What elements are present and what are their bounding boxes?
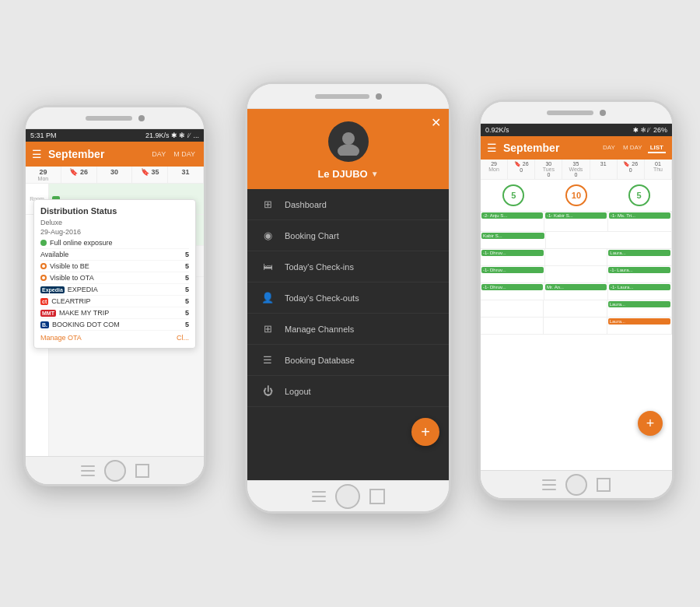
mmt-logo: MMT bbox=[40, 310, 56, 317]
day-cell-r6: 🔖 260 bbox=[618, 160, 645, 179]
booking-chip[interactable]: -1- Kabir S... bbox=[545, 212, 607, 219]
booking-chip[interactable]: Laura... bbox=[608, 250, 670, 256]
day-cell-r2: 🔖 260 bbox=[508, 160, 535, 179]
view-tab-list-right[interactable]: LIST bbox=[648, 143, 666, 153]
menu-label-dashboard: Dashboard bbox=[285, 200, 327, 209]
home-button[interactable] bbox=[104, 460, 126, 482]
menu-item-booking-chart[interactable]: ◉ Booking Chart bbox=[247, 220, 449, 251]
channels-icon: ⊞ bbox=[260, 323, 275, 335]
booking-chip[interactable]: Laura... bbox=[608, 318, 670, 325]
distribution-popup: Distribution Status Deluxe 29-Aug-2016 F… bbox=[33, 199, 196, 349]
circle-badge-5a: 5 bbox=[502, 184, 524, 206]
plus-icon-right: + bbox=[646, 416, 655, 432]
dist-row-be: Visible to BE 5 bbox=[40, 261, 189, 272]
dist-row-booking: B. BOOKING DOT COM 5 bbox=[40, 319, 189, 331]
nav-menu-button-r[interactable] bbox=[542, 479, 556, 490]
visible-be-label: Visible to BE bbox=[50, 262, 89, 270]
status-icons-left: 21.9K/s ✱ ❃ ᜱ ... bbox=[145, 132, 199, 140]
day-cell: 🔖 26 bbox=[61, 167, 97, 183]
cleartrip-logo: ct bbox=[40, 298, 48, 305]
month-title-left: September bbox=[48, 148, 146, 160]
circle-badge-5b: 5 bbox=[628, 184, 650, 206]
close-link[interactable]: Cl... bbox=[177, 334, 189, 342]
status-dot-green bbox=[40, 240, 47, 246]
drawer-header: ✕ Le DJUBO ▼ bbox=[247, 109, 449, 189]
database-icon: ☰ bbox=[260, 354, 275, 366]
home-button-c[interactable] bbox=[335, 484, 360, 509]
booking-chip[interactable]: -2- Anju S... bbox=[481, 212, 543, 219]
menu-item-channels[interactable]: ⊞ Manage Channels bbox=[247, 314, 449, 345]
hamburger-icon[interactable]: ☰ bbox=[32, 148, 42, 160]
booking-chip[interactable]: -1- Dhruv... bbox=[481, 250, 544, 256]
booking-chip[interactable]: -1- Laura... bbox=[609, 284, 670, 290]
day-cell-r1: 29Mon bbox=[481, 160, 508, 179]
dist-row-available: Available 5 bbox=[40, 249, 189, 261]
menu-label-booking-chart: Booking Chart bbox=[285, 231, 339, 240]
day-cell-r3: 30Tues0 bbox=[535, 160, 562, 179]
logout-icon: ⏻ bbox=[260, 385, 275, 397]
view-tab-day-right[interactable]: DAY bbox=[600, 143, 618, 153]
day-cell-r5: 31 bbox=[590, 160, 618, 179]
fab-button-right[interactable]: + bbox=[638, 411, 663, 436]
popup-title: Distribution Status bbox=[40, 206, 189, 216]
booking-chip[interactable]: Laura... bbox=[608, 301, 670, 307]
room-type: Deluxe bbox=[40, 219, 189, 226]
booking-chart-icon: ◉ bbox=[260, 230, 275, 241]
dashboard-icon: ⊞ bbox=[260, 198, 275, 210]
menu-item-logout[interactable]: ⏻ Logout bbox=[247, 376, 449, 407]
dist-row-mmt: MMT MAKE MY TRIP 5 bbox=[40, 307, 189, 319]
view-tab-day-left[interactable]: DAY bbox=[149, 149, 168, 159]
username-label: Le DJUBO bbox=[317, 168, 367, 180]
menu-label-checkouts: Today's Check-outs bbox=[285, 293, 359, 303]
booking-chip[interactable]: -1- Laura... bbox=[608, 267, 670, 273]
circle-badge-10: 10 bbox=[565, 184, 587, 206]
manage-ota-link[interactable]: Manage OTA bbox=[40, 334, 82, 342]
time-left: 5:31 PM bbox=[30, 132, 57, 139]
menu-label-channels: Manage Channels bbox=[285, 325, 354, 334]
status-icons-right: ✱ ❃ ᜱ 26% bbox=[633, 126, 667, 135]
view-tab-mday-right[interactable]: M DAY bbox=[621, 143, 645, 153]
checkins-icon: 🛏 bbox=[260, 261, 275, 272]
month-title-right: September bbox=[503, 142, 597, 154]
day-cell-r7: 01Thu bbox=[645, 160, 672, 179]
visible-ota-label: Visible to OTA bbox=[50, 274, 94, 282]
view-tab-mday-left[interactable]: M DAY bbox=[171, 149, 198, 159]
menu-item-database[interactable]: ☰ Booking Database bbox=[247, 345, 449, 376]
menu-item-checkouts[interactable]: 👤 Today's Check-outs bbox=[247, 282, 449, 314]
booking-chip[interactable]: -1- Ms. Tri... bbox=[609, 212, 670, 219]
plus-icon: + bbox=[421, 424, 430, 440]
menu-label-checkins: Today's Check-ins bbox=[285, 262, 354, 272]
svg-point-0 bbox=[342, 132, 355, 145]
dist-row-expedia: Expedia EXPEDIA 5 bbox=[40, 284, 189, 296]
nav-menu-button-c[interactable] bbox=[312, 491, 326, 502]
orange-ring-icon-2 bbox=[40, 275, 47, 281]
checkouts-icon: 👤 bbox=[260, 292, 275, 304]
day-cell: 29Mon bbox=[26, 167, 61, 183]
booking-logo: B. bbox=[40, 321, 49, 328]
orange-ring-icon bbox=[40, 263, 47, 269]
booking-chip[interactable]: -1- Dhruv... bbox=[481, 267, 544, 273]
booking-chip[interactable]: Kabir S... bbox=[481, 233, 544, 239]
nav-menu-button[interactable] bbox=[81, 465, 95, 476]
home-button-r[interactable] bbox=[565, 474, 587, 496]
booking-chip[interactable]: Mr. An... bbox=[545, 284, 607, 290]
dropdown-arrow-icon: ▼ bbox=[371, 170, 379, 178]
day-cell: 🔖 35 bbox=[132, 167, 168, 183]
hamburger-icon-right[interactable]: ☰ bbox=[487, 142, 497, 154]
expedia-logo: Expedia bbox=[40, 286, 65, 293]
back-button[interactable] bbox=[135, 464, 149, 478]
status-text: Full online exposure bbox=[50, 239, 113, 247]
dist-row-ota: Visible to OTA 5 bbox=[40, 272, 189, 284]
day-cell: 31 bbox=[168, 167, 204, 183]
back-button-c[interactable] bbox=[369, 489, 385, 504]
booking-chip[interactable]: -1- Dhruv... bbox=[481, 284, 543, 290]
day-cell-r4: 35Weds0 bbox=[562, 160, 590, 179]
close-icon[interactable]: ✕ bbox=[431, 115, 441, 130]
date: 29-Aug-2016 bbox=[40, 228, 189, 236]
menu-item-checkins[interactable]: 🛏 Today's Check-ins bbox=[247, 251, 449, 282]
menu-label-database: Booking Database bbox=[285, 356, 355, 365]
fab-button[interactable]: + bbox=[411, 418, 439, 446]
time-right: 0.92K/s bbox=[485, 126, 509, 134]
back-button-r[interactable] bbox=[597, 478, 611, 492]
menu-item-dashboard[interactable]: ⊞ Dashboard bbox=[247, 189, 449, 220]
